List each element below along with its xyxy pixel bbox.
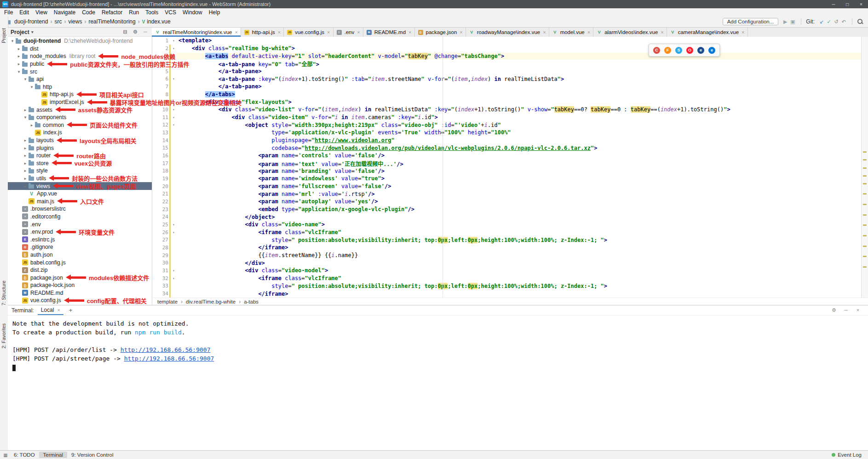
chevron-down-icon[interactable]: ▾ (23, 77, 28, 81)
tree-item-index.js[interactable]: JSindex.js (8, 129, 152, 137)
chevron-right-icon[interactable]: ▸ (23, 176, 28, 181)
close-icon[interactable]: × (327, 29, 330, 35)
warning-stripe-mark[interactable] (863, 151, 867, 153)
breadcrumb-item-template[interactable]: template (157, 299, 178, 304)
new-terminal-button[interactable]: + (67, 307, 75, 314)
menu-item-view[interactable]: View (32, 9, 51, 16)
warning-stripe-mark[interactable] (863, 235, 867, 236)
chevron-right-icon[interactable]: ▸ (16, 62, 22, 66)
minimize-icon[interactable]: ─ (842, 307, 850, 313)
tree-item-components[interactable]: ▾components (8, 114, 152, 121)
tree-item-.gitignore[interactable]: G.gitignore (8, 243, 152, 251)
breadcrumb-item-div.realtime.bg-white[interactable]: div.realTime.bg-white (186, 299, 236, 304)
warning-stripe-mark[interactable] (863, 224, 867, 226)
tree-item-auth.json[interactable]: {}auth.json (8, 251, 152, 259)
search-icon[interactable] (857, 18, 863, 25)
close-icon[interactable]: × (57, 307, 60, 313)
tree-item-package.json[interactable]: {}package.jsonmodules依赖描述文件 (8, 274, 152, 281)
update-project-icon[interactable]: ↙ (818, 19, 825, 25)
warning-stripe-mark[interactable] (863, 167, 867, 169)
tree-item-node-modules[interactable]: ▸node_moduleslibrary rootnode_modules依赖 (8, 52, 152, 60)
code-editor[interactable]: 1▾<template>2▾ <div class="realTime bg-w… (152, 37, 862, 298)
menu-item-navigate[interactable]: Navigate (51, 9, 79, 16)
menu-item-refactor[interactable]: Refactor (98, 9, 126, 16)
edge-icon[interactable]: e (708, 47, 715, 54)
menu-item-tools[interactable]: Tools (142, 9, 161, 16)
run-icon[interactable]: ▶ (782, 19, 789, 25)
tool-strip-project[interactable]: Project (1, 28, 6, 43)
tree-item-public[interactable]: ▸publicpublic资源文件夹，一般放引用的第三方插件 (8, 60, 152, 68)
chevron-down-icon[interactable]: ▾ (29, 85, 34, 89)
fold-icon[interactable]: ▾ (171, 223, 177, 227)
project-panel-title[interactable]: Project (11, 29, 29, 35)
tool-window-switcher-icon[interactable]: ▦ (1, 453, 10, 458)
debug-icon[interactable]: ▣ (789, 19, 796, 25)
editor-tab-model.vue[interactable]: Vmodel.vue× (549, 28, 594, 37)
menu-item-edit[interactable]: Edit (16, 9, 32, 16)
commit-icon[interactable]: ✓ (825, 19, 833, 25)
fold-icon[interactable]: ▾ (171, 39, 177, 43)
menu-item-vcs[interactable]: VCS (161, 9, 179, 16)
tree-item-plugins[interactable]: ▸plugins (8, 144, 152, 152)
breadcrumb-item-a-tabs[interactable]: a-tabs (244, 299, 259, 304)
tree-item-importexcel.js[interactable]: JSimportExcel.js暴露环境变量地址给图片or视频资源路径变量相关 (8, 98, 152, 106)
chevron-right-icon[interactable]: ▸ (23, 138, 28, 143)
settings-icon[interactable]: ⚙ (132, 29, 139, 35)
close-icon[interactable]: × (460, 29, 462, 35)
editor-tab-realtimemonitoring-index.vue[interactable]: VrealTimeMonitoring\index.vue× (152, 28, 241, 37)
editor-tab-readme.md[interactable]: MREADME.md× (363, 28, 415, 37)
tree-item-vue.config.js[interactable]: JSvue.config.jsconfig配置、代理相关 (8, 297, 152, 304)
terminal-link[interactable]: http://192.168.66.56:9007 (124, 355, 214, 362)
menu-item-window[interactable]: Window (179, 9, 206, 16)
tree-item-http-api.js[interactable]: JShttp-api.js项目相关api接口 (8, 91, 152, 98)
fold-icon[interactable]: ▾ (171, 276, 177, 281)
warning-stripe-mark[interactable] (863, 266, 867, 268)
tree-item-.env.prod[interactable]: ≡.env.prod环境变量文件 (8, 228, 152, 236)
chevron-right-icon[interactable]: ▸ (23, 153, 28, 158)
firefox-icon[interactable]: F (664, 47, 671, 54)
editor-tab-cameramanage-index.vue[interactable]: VcameraManage\index.vue× (667, 28, 748, 37)
tree-item-readme.md[interactable]: MREADME.md (8, 289, 152, 297)
statusbar-item-6-todo[interactable]: 6: TODO (10, 452, 39, 458)
collapse-all-icon[interactable]: ⊟ (121, 29, 129, 35)
warning-stripe-mark[interactable] (863, 193, 867, 195)
editor-tab-.env[interactable]: ≡.env× (333, 28, 363, 37)
tree-item-.env[interactable]: ≡.env (8, 220, 152, 228)
opera-icon[interactable]: O (686, 47, 693, 54)
fold-icon[interactable]: ▾ (171, 269, 177, 273)
tree-item-dist[interactable]: ▸dist (8, 45, 152, 53)
warning-stripe-mark[interactable] (863, 175, 867, 177)
ie-icon[interactable]: e (697, 47, 704, 54)
fold-icon[interactable]: ▾ (171, 77, 177, 81)
breadcrumb-item-views[interactable]: views (68, 18, 82, 25)
close-icon[interactable]: × (543, 29, 546, 35)
tree-item-dist.zip[interactable]: Zdist.zip (8, 266, 152, 274)
warning-stripe-mark[interactable] (863, 159, 867, 161)
menu-item-help[interactable]: Help (206, 9, 224, 16)
fold-icon[interactable]: ▾ (171, 108, 177, 112)
menu-item-file[interactable]: File (1, 9, 16, 16)
editor-tab-alarmvideos-index.vue[interactable]: ValarmVideos\index.vue× (593, 28, 667, 37)
menu-item-code[interactable]: Code (79, 9, 98, 16)
warning-stripe-mark[interactable] (863, 246, 867, 247)
settings-icon[interactable]: ⚙ (830, 307, 838, 313)
chevron-right-icon[interactable]: ▸ (16, 54, 22, 58)
chevron-down-icon[interactable]: ▾ (31, 29, 34, 34)
warning-stripe-mark[interactable] (863, 183, 867, 184)
rollback-icon[interactable]: ↶ (840, 19, 847, 25)
chevron-right-icon[interactable]: ▸ (16, 46, 22, 51)
close-icon[interactable]: × (408, 29, 411, 35)
tree-item-views[interactable]: ▸viewsview视图、pages页面 (8, 182, 152, 190)
warning-stripe-mark[interactable] (863, 204, 867, 205)
maximize-button[interactable]: □ (840, 0, 854, 8)
breadcrumb-item-src[interactable]: src (54, 18, 62, 25)
terminal-link[interactable]: http://192.168.66.56:9007 (121, 346, 211, 353)
statusbar-item-terminal[interactable]: Terminal (39, 452, 67, 458)
fold-icon[interactable]: ▾ (171, 46, 177, 51)
chevron-down-icon[interactable]: ▾ (16, 69, 22, 74)
chevron-right-icon[interactable]: ▸ (23, 108, 28, 112)
tool-strip-favorites[interactable]: 2: Favorites (1, 323, 6, 349)
hide-panel-icon[interactable]: ─ (142, 29, 149, 35)
tree-item-src[interactable]: ▾src (8, 68, 152, 75)
warning-stripe-mark[interactable] (863, 256, 867, 257)
